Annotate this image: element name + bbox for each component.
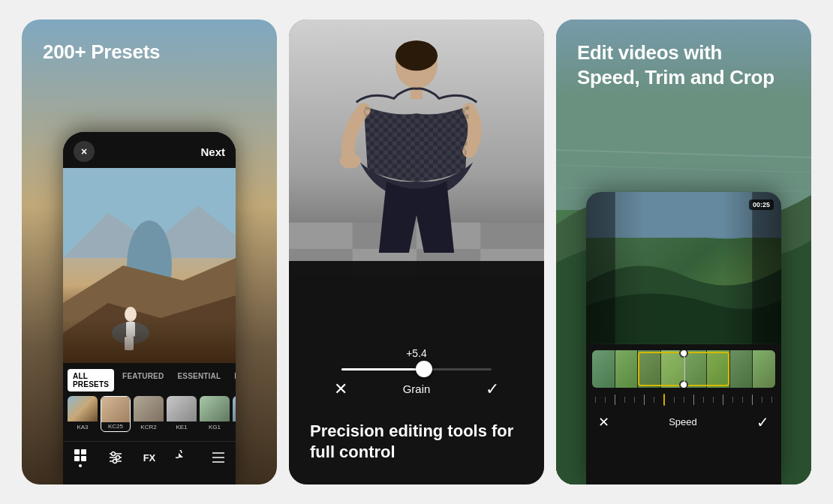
tick-15 bbox=[742, 397, 743, 403]
svg-rect-8 bbox=[125, 337, 134, 350]
svg-rect-44 bbox=[586, 192, 615, 344]
slider-thumb[interactable] bbox=[416, 361, 432, 377]
card3-heading: Edit videos withSpeed, Trim and Crop bbox=[577, 40, 774, 89]
playhead bbox=[684, 350, 685, 388]
tab-essential[interactable]: ESSENTIAL bbox=[172, 369, 226, 392]
svg-rect-26 bbox=[289, 223, 353, 249]
gallery-icon bbox=[73, 448, 88, 463]
tick-18 bbox=[771, 397, 772, 403]
preset-kg2-label: KG2 bbox=[233, 422, 236, 432]
preset-ke1[interactable]: KE1 bbox=[167, 396, 197, 432]
preset-kcr2[interactable]: KCR2 bbox=[134, 396, 164, 432]
frame-1 bbox=[592, 350, 615, 388]
speed-label: Speed bbox=[669, 416, 697, 428]
revert-icon bbox=[176, 450, 191, 465]
time-badge: 00:25 bbox=[749, 200, 774, 210]
tab-featured[interactable]: FEATURED bbox=[117, 369, 169, 392]
speed-confirm-button[interactable]: ✓ bbox=[756, 413, 769, 431]
next-button[interactable]: Next bbox=[200, 146, 225, 158]
preset-thumbnails: KA3 KC25 KCR2 KE1 KG1 bbox=[63, 396, 236, 438]
svg-rect-10 bbox=[81, 449, 86, 454]
frame-2 bbox=[615, 350, 638, 388]
tick-16 bbox=[752, 394, 753, 405]
fashion-photo bbox=[289, 20, 544, 275]
card2-caption: Precision editing tools for full control bbox=[310, 421, 523, 464]
tool-gallery[interactable] bbox=[73, 448, 88, 467]
video-editor-controls: ✕ Speed ✓ bbox=[586, 344, 781, 484]
tab-popular[interactable]: POP… bbox=[229, 369, 236, 392]
tick-1 bbox=[595, 397, 596, 403]
tick-7 bbox=[654, 397, 654, 403]
svg-point-31 bbox=[395, 40, 438, 70]
speed-cancel-button[interactable]: ✕ bbox=[598, 414, 609, 430]
grain-label: Grain bbox=[403, 382, 431, 395]
timeline-strip[interactable] bbox=[592, 350, 775, 388]
close-icon: × bbox=[81, 146, 87, 158]
frame-7 bbox=[730, 350, 753, 388]
close-button[interactable]: × bbox=[74, 141, 95, 162]
speed-marker bbox=[663, 394, 665, 406]
preset-kg2[interactable]: KG2 bbox=[233, 396, 236, 432]
confirm-icon[interactable]: ✓ bbox=[486, 380, 499, 399]
tab-all-presets[interactable]: ALL PRESETS bbox=[68, 369, 114, 392]
preset-ke1-label: KE1 bbox=[167, 422, 197, 432]
video-preview: 00:25 bbox=[586, 192, 781, 344]
preset-kc25-label: KC25 bbox=[101, 422, 130, 431]
cancel-icon[interactable]: ✕ bbox=[334, 380, 347, 399]
svg-rect-12 bbox=[81, 456, 86, 461]
speed-toolbar: ✕ Speed ✓ bbox=[592, 412, 775, 433]
mountain-scene bbox=[63, 168, 236, 363]
tick-14 bbox=[732, 397, 733, 403]
svg-point-5 bbox=[112, 322, 149, 344]
menu-icon bbox=[211, 452, 226, 464]
video-preview-image bbox=[586, 192, 781, 344]
svg-point-33 bbox=[340, 154, 361, 169]
tool-fx[interactable]: FX bbox=[143, 452, 156, 464]
edit-actions: ✕ Grain ✓ bbox=[334, 380, 499, 399]
bottom-toolbar: FX bbox=[63, 441, 236, 476]
svg-rect-9 bbox=[74, 449, 80, 454]
slider-track[interactable] bbox=[341, 368, 492, 370]
card-video: Edit videos withSpeed, Trim and Crop bbox=[556, 20, 811, 484]
tick-8 bbox=[674, 397, 675, 403]
svg-point-18 bbox=[113, 460, 117, 464]
tick-10 bbox=[693, 394, 694, 405]
svg-rect-43 bbox=[586, 192, 781, 344]
tick-9 bbox=[684, 397, 684, 403]
tool-revert[interactable] bbox=[176, 450, 191, 465]
svg-point-16 bbox=[116, 456, 120, 460]
tick-12 bbox=[713, 397, 714, 403]
tick-11 bbox=[703, 397, 704, 403]
tool-menu[interactable] bbox=[211, 452, 226, 464]
card1-heading: 200+ Presets bbox=[43, 40, 160, 64]
phone-mockup: × Next bbox=[63, 132, 236, 484]
tick-3 bbox=[615, 394, 615, 405]
svg-rect-45 bbox=[752, 192, 781, 344]
slider-value: +5.4 bbox=[406, 347, 427, 359]
phone-photo bbox=[63, 168, 236, 363]
preset-kcr2-label: KCR2 bbox=[134, 422, 164, 432]
preset-kc25[interactable]: KC25 bbox=[101, 396, 131, 432]
svg-point-14 bbox=[112, 452, 116, 456]
preset-ka3-label: KA3 bbox=[68, 422, 98, 432]
tick-4 bbox=[624, 397, 625, 403]
video-editor-mockup: 00:25 bbox=[586, 192, 781, 484]
frame-8 bbox=[753, 350, 775, 388]
card-precision: +5.4 ✕ Grain ✓ Precision editing tools f… bbox=[289, 20, 544, 484]
preset-kg1-label: KG1 bbox=[200, 422, 230, 432]
card2-photo bbox=[289, 20, 544, 275]
phone-topbar: × Next bbox=[63, 132, 236, 168]
tick-13 bbox=[723, 394, 723, 405]
preset-ka3[interactable]: KA3 bbox=[68, 396, 98, 432]
tick-17 bbox=[762, 397, 762, 403]
tick-2 bbox=[605, 397, 606, 403]
svg-rect-7 bbox=[126, 322, 135, 337]
svg-marker-19 bbox=[179, 453, 183, 458]
tool-adjust[interactable] bbox=[108, 450, 123, 465]
tick-6 bbox=[644, 394, 645, 405]
tick-5 bbox=[634, 397, 635, 403]
card-presets: 200+ Presets × Next bbox=[22, 20, 277, 484]
preset-kg1[interactable]: KG1 bbox=[200, 396, 230, 432]
svg-rect-41 bbox=[586, 192, 781, 344]
preset-tabs: ALL PRESETS FEATURED ESSENTIAL POP… bbox=[63, 369, 236, 396]
